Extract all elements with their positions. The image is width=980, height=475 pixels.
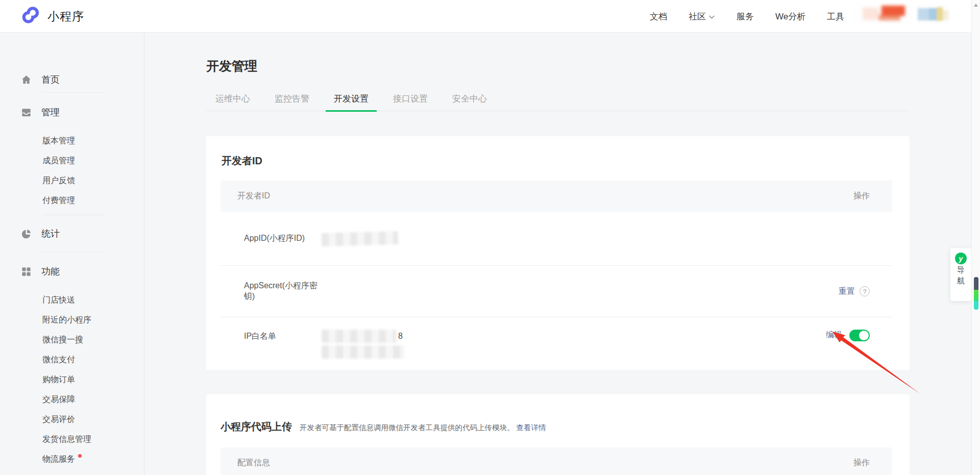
sidebar-item-wechat-search[interactable]: 微信搜一搜 — [0, 330, 144, 350]
table-row-appid: AppID(小程序ID) — [220, 212, 892, 266]
nav-widget-icon: y — [955, 253, 967, 264]
tab-bar: 运维中心 监控告警 开发设置 接口设置 安全中心 — [206, 93, 910, 111]
table-row-ip-whitelist: IP白名单 8 编辑 — [220, 317, 892, 370]
page-title: 开发管理 — [206, 59, 910, 72]
scrollbar-thumb-green[interactable] — [974, 290, 978, 301]
sidebar-item-manage[interactable]: 管理 — [0, 102, 144, 122]
main-content: 开发管理 运维中心 监控告警 开发设置 接口设置 安全中心 开发者ID 开发者I… — [145, 33, 980, 475]
table-header-action: 操作 — [853, 191, 870, 202]
grid-icon — [20, 266, 32, 278]
sidebar-item-member-manage[interactable]: 成员管理 — [0, 151, 144, 171]
table-header: 配置信息 操作 — [220, 447, 892, 475]
nav-tools[interactable]: 工具 — [827, 11, 844, 22]
code-upload-card: 小程序代码上传 开发者可基于配置信息调用微信开发者工具提供的代码上传模块。 查看… — [206, 394, 910, 475]
sidebar-divider — [42, 92, 105, 93]
sidebar-item-home[interactable]: 首页 — [0, 69, 144, 90]
top-navigation: 文档 社区 服务 We分析 工具 — [650, 0, 844, 33]
sidebar-item-payment-manage[interactable]: 付费管理 — [0, 191, 144, 211]
section-title-developer-id: 开发者ID — [206, 136, 910, 167]
sidebar-item-store-delivery[interactable]: 门店快送 — [0, 290, 144, 310]
redacted-avatar[interactable] — [917, 5, 949, 24]
sidebar-item-user-feedback[interactable]: 用户反馈 — [0, 171, 144, 191]
section-title-code-upload: 小程序代码上传 — [220, 420, 292, 433]
sidebar-item-version-manage[interactable]: 版本管理 — [0, 131, 144, 151]
chevron-down-icon — [708, 15, 715, 19]
nav-docs[interactable]: 文档 — [650, 11, 667, 22]
redacted-appid-value — [322, 231, 399, 246]
nav-we-analytics[interactable]: We分析 — [775, 11, 805, 22]
pie-chart-icon — [20, 228, 32, 240]
nav-community[interactable]: 社区 — [689, 11, 715, 22]
sidebar-item-statistics[interactable]: 统计 — [0, 223, 144, 244]
inbox-icon — [20, 107, 32, 118]
scrollbar-thumb-cyan[interactable] — [974, 301, 978, 310]
redacted-account-name[interactable] — [853, 4, 913, 24]
code-upload-description: 开发者可基于配置信息调用微信开发者工具提供的代码上传模块。 — [300, 423, 514, 433]
scrollbar-thumb[interactable] — [974, 277, 978, 290]
table-header-left: 开发者ID — [237, 191, 270, 202]
appid-label: AppID(小程序ID) — [244, 233, 322, 244]
sidebar: 首页 管理 版本管理 成员管理 用户反馈 付费管理 统计 功能 门店快送 附近的… — [0, 33, 144, 475]
sidebar-item-shopping-orders[interactable]: 购物订单 — [0, 370, 144, 390]
floating-nav-widget[interactable]: y 导 航 — [950, 248, 971, 301]
sidebar-item-wechat-pay[interactable]: 微信支付 — [0, 350, 144, 370]
tab-security-center[interactable]: 安全中心 — [444, 93, 495, 112]
tab-ops-center[interactable]: 运维中心 — [207, 93, 258, 112]
sidebar-item-features[interactable]: 功能 — [0, 261, 144, 282]
sidebar-item-nearby-miniprogram[interactable]: 附近的小程序 — [0, 310, 144, 330]
sidebar-item-trade-guarantee[interactable]: 交易保障 — [0, 390, 144, 410]
nav-services[interactable]: 服务 — [737, 11, 754, 22]
edit-button[interactable]: 编辑 — [826, 330, 842, 340]
help-icon[interactable]: ? — [860, 286, 870, 296]
ip-whitelist-label: IP白名单 — [244, 330, 322, 343]
tab-monitor-alert[interactable]: 监控告警 — [266, 93, 317, 112]
reset-button[interactable]: 重置 — [839, 286, 855, 297]
tab-dev-settings[interactable]: 开发设置 — [326, 93, 377, 112]
top-header: 小程序 文档 社区 服务 We分析 工具 — [0, 0, 980, 33]
tab-api-settings[interactable]: 接口设置 — [385, 93, 436, 112]
home-icon — [20, 74, 32, 86]
scrollbar-up-arrow-icon[interactable] — [974, 4, 978, 7]
miniprogram-logo-icon — [19, 6, 41, 27]
sidebar-item-trade-review[interactable]: 交易评价 — [0, 410, 144, 430]
config-info-header: 配置信息 — [237, 458, 270, 468]
table-row-appsecret: AppSecret(小程序密钥) 重置 ? — [220, 266, 892, 317]
table-header-action: 操作 — [853, 458, 870, 468]
sidebar-divider — [42, 252, 105, 252]
sidebar-item-logistics-service[interactable]: 物流服务 — [0, 449, 144, 469]
redacted-ip-value-2 — [322, 345, 404, 359]
scrollbar-track[interactable] — [971, 0, 980, 475]
logo-text: 小程序 — [47, 9, 84, 24]
developer-id-card: 开发者ID 开发者ID 操作 AppID(小程序ID) AppSecret(小程… — [206, 136, 910, 370]
appsecret-label: AppSecret(小程序密钥) — [244, 281, 322, 302]
sidebar-item-shipping-info-manage[interactable]: 发货信息管理 — [0, 430, 144, 449]
ip-whitelist-toggle[interactable] — [849, 330, 870, 341]
app-logo[interactable]: 小程序 — [19, 6, 84, 27]
table-header: 开发者ID 操作 — [220, 181, 892, 212]
redacted-ip-value-1 — [322, 330, 396, 343]
sidebar-divider — [42, 215, 105, 215]
new-badge-dot — [78, 454, 82, 458]
view-details-link[interactable]: 查看详情 — [517, 423, 546, 433]
ip-value-visible-suffix: 8 — [398, 332, 403, 341]
